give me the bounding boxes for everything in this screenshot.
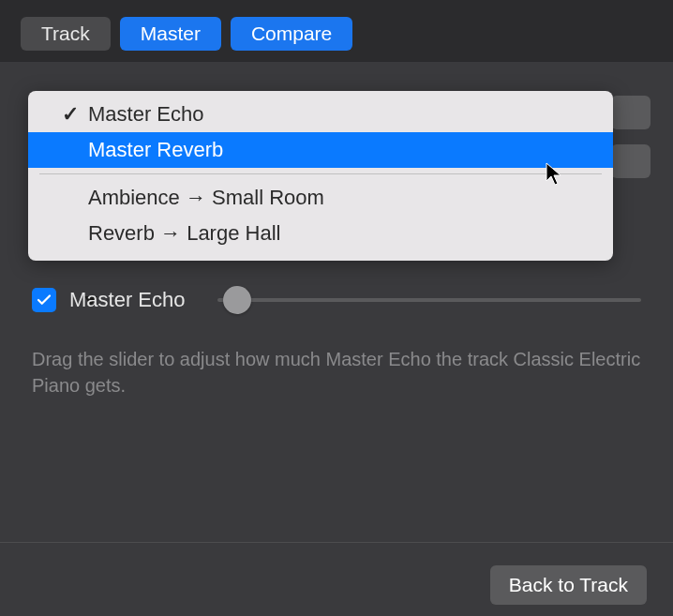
help-text: Drag the slider to adjust how much Maste… — [32, 346, 641, 398]
menu-item-preset-ambience[interactable]: Ambience → Small Room — [28, 180, 613, 216]
effect-controls: Master Echo Drag the slider to adjust ho… — [32, 286, 641, 398]
menu-item-master-reverb[interactable]: Master Reverb — [28, 132, 613, 168]
effect-enable-checkbox[interactable] — [32, 288, 56, 312]
slider-track — [217, 298, 642, 302]
menu-item-master-echo[interactable]: Master Echo — [28, 97, 613, 132]
tab-compare[interactable]: Compare — [231, 17, 352, 51]
effect-enable-row: Master Echo — [32, 286, 641, 314]
menu-item-preset-reverb[interactable]: Reverb → Large Hall — [28, 216, 613, 251]
partial-edit-button-1[interactable] — [611, 96, 651, 129]
slider-thumb[interactable] — [223, 286, 251, 314]
back-to-track-button[interactable]: Back to Track — [490, 565, 647, 605]
effect-label: Master Echo — [69, 288, 186, 312]
effect-dropdown-menu: Master Echo Master Reverb Ambience → Sma… — [28, 91, 613, 261]
bottom-bar: Back to Track — [0, 542, 673, 605]
tab-track[interactable]: Track — [21, 17, 111, 51]
effect-amount-slider[interactable] — [217, 286, 642, 314]
mouse-cursor-icon — [546, 162, 564, 190]
partial-edit-button-2[interactable] — [611, 144, 651, 178]
check-icon — [36, 292, 52, 308]
tab-master[interactable]: Master — [120, 17, 221, 51]
top-tab-bar: Track Master Compare — [0, 0, 673, 68]
menu-divider — [39, 173, 602, 174]
